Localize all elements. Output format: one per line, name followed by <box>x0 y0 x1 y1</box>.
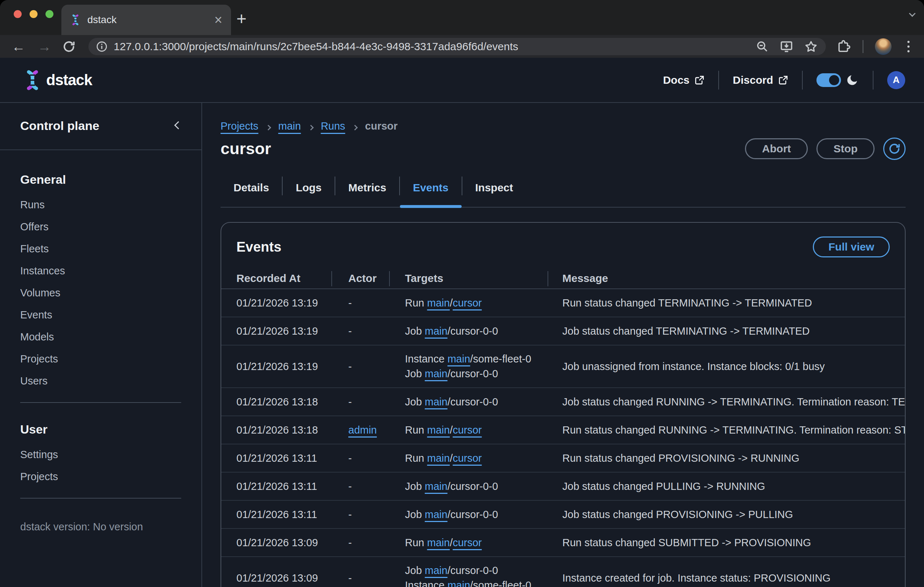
target-link[interactable]: cursor <box>453 537 482 548</box>
target-link[interactable]: main <box>427 424 450 436</box>
site-info-icon[interactable] <box>96 40 108 53</box>
breadcrumb-link-main[interactable]: main <box>278 120 301 132</box>
cell-actor: - <box>347 325 404 337</box>
sidebar-section-heading: General <box>20 172 181 187</box>
target-link[interactable]: main <box>427 297 450 309</box>
sidebar-section-items: RunsOffersFleetsInstancesVolumesEventsMo… <box>20 194 181 392</box>
sidebar-item-settings[interactable]: Settings <box>20 444 181 466</box>
cell-actor: - <box>347 360 404 372</box>
run-tabs: DetailsLogsMetricsEventsInspect <box>221 174 906 208</box>
docs-label: Docs <box>663 74 690 86</box>
bookmark-star-icon[interactable] <box>804 40 818 53</box>
discord-label: Discord <box>733 74 773 86</box>
version-text: dstack version: No version <box>0 521 201 533</box>
target-link[interactable]: cursor <box>453 452 482 464</box>
browser-profile-avatar[interactable] <box>875 38 891 55</box>
target-line: Instance main/some-fleet-0 <box>405 352 561 366</box>
theme-toggle[interactable] <box>817 73 841 87</box>
message-text: Job status changed PULLING -> RUNNING <box>562 481 765 492</box>
cell-actor: - <box>347 509 404 521</box>
sidebar-nav: GeneralRunsOffersFleetsInstancesVolumesE… <box>0 150 201 499</box>
col-header-targets: Targets <box>404 272 561 284</box>
window-close-button[interactable] <box>14 10 21 18</box>
tab-logs[interactable]: Logs <box>283 174 335 207</box>
target-link[interactable]: cursor <box>453 424 482 436</box>
url-text[interactable]: 127.0.0.1:3000/projects/main/runs/2c7bee… <box>114 40 749 53</box>
user-avatar[interactable]: A <box>887 71 905 89</box>
tab-events[interactable]: Events <box>400 174 461 207</box>
breadcrumb-link-runs[interactable]: Runs <box>321 120 345 132</box>
browser-menu-icon[interactable] <box>908 41 909 52</box>
browser-tab[interactable]: dstack × <box>61 5 231 35</box>
zoom-out-icon[interactable] <box>756 40 769 53</box>
target-text: Run <box>405 424 427 436</box>
col-header-message: Message <box>561 272 905 284</box>
window-minimize-button[interactable] <box>30 10 38 18</box>
cell-message: Run status changed TERMINATING -> TERMIN… <box>561 297 905 309</box>
tab-details[interactable]: Details <box>221 174 282 207</box>
toolbar-divider <box>863 40 863 53</box>
actor-link[interactable]: admin <box>348 424 377 436</box>
cell-targets: Run main/cursor <box>404 536 561 550</box>
cell-actor: admin <box>347 424 404 436</box>
address-bar[interactable]: 127.0.0.1:3000/projects/main/runs/2c7bee… <box>88 38 826 55</box>
forward-button[interactable]: → <box>38 39 51 54</box>
extensions-icon[interactable] <box>837 39 851 54</box>
header-divider <box>802 71 803 89</box>
sidebar-item-runs[interactable]: Runs <box>20 194 181 216</box>
sidebar-item-projects[interactable]: Projects <box>20 348 181 370</box>
target-link[interactable]: main <box>427 452 450 464</box>
target-link[interactable]: main <box>447 353 470 365</box>
breadcrumb-link-projects[interactable]: Projects <box>221 120 258 132</box>
table-row: 01/21/2026 13:11-Run main/cursorRun stat… <box>221 445 905 473</box>
stop-button[interactable]: Stop <box>817 138 874 159</box>
sidebar-item-volumes[interactable]: Volumes <box>20 282 181 304</box>
sidebar-item-users[interactable]: Users <box>20 370 181 392</box>
docs-link[interactable]: Docs <box>663 74 705 86</box>
target-link[interactable]: main <box>425 565 447 576</box>
install-app-icon[interactable] <box>780 40 793 53</box>
table-row: 01/21/2026 13:19-Job main/cursor-0-0Job … <box>221 317 905 346</box>
actor-text: - <box>348 452 352 464</box>
tab-metrics[interactable]: Metrics <box>335 174 399 207</box>
sidebar-item-fleets[interactable]: Fleets <box>20 238 181 260</box>
sidebar-title: Control plane <box>20 119 99 133</box>
tab-inspect[interactable]: Inspect <box>462 174 526 207</box>
target-text: /some-fleet-0 <box>470 579 531 587</box>
target-link[interactable]: cursor <box>453 297 482 309</box>
cell-message: Run status changed RUNNING -> TERMINATIN… <box>561 424 905 436</box>
discord-link[interactable]: Discord <box>733 74 788 86</box>
full-view-button[interactable]: Full view <box>813 236 890 257</box>
sidebar-item-models[interactable]: Models <box>20 326 181 348</box>
window-zoom-button[interactable] <box>46 10 53 18</box>
target-link[interactable]: main <box>425 481 447 492</box>
tab-close-icon[interactable]: × <box>214 13 222 27</box>
target-link[interactable]: main <box>425 325 447 337</box>
sidebar-item-offers[interactable]: Offers <box>20 216 181 238</box>
actor-text: - <box>348 325 352 337</box>
target-link[interactable]: main <box>425 368 447 379</box>
target-text: / <box>450 424 453 436</box>
cell-targets: Instance main/some-fleet-0Job main/curso… <box>404 352 561 381</box>
target-link[interactable]: main <box>425 509 447 520</box>
dstack-logo[interactable]: dstack <box>22 70 92 90</box>
target-link[interactable]: main <box>425 396 447 408</box>
target-link[interactable]: main <box>447 579 470 587</box>
cell-recorded-at: 01/21/2026 13:19 <box>236 360 347 372</box>
sidebar-collapse-icon[interactable] <box>175 122 181 130</box>
new-tab-button[interactable]: + <box>236 9 246 28</box>
sidebar-item-projects[interactable]: Projects <box>20 466 181 488</box>
target-text: Job <box>405 325 425 337</box>
target-link[interactable]: main <box>427 537 450 548</box>
message-text: Instance created for job. Instance statu… <box>562 572 830 584</box>
reload-button[interactable] <box>62 40 76 53</box>
refresh-button[interactable] <box>883 137 906 160</box>
tab-overview-chevron-icon[interactable] <box>910 11 915 17</box>
cell-actor: - <box>347 481 404 493</box>
sidebar-item-events[interactable]: Events <box>20 304 181 326</box>
breadcrumb: ProjectsmainRunscursor <box>221 119 906 133</box>
abort-button[interactable]: Abort <box>745 138 808 159</box>
sidebar-item-instances[interactable]: Instances <box>20 260 181 282</box>
back-button[interactable]: ← <box>12 39 25 54</box>
target-text: Job <box>405 481 425 492</box>
